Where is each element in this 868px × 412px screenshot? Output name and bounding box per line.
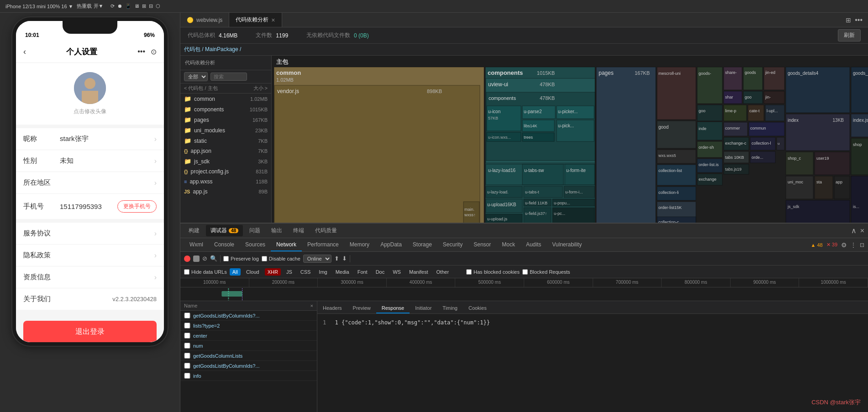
network-item-3[interactable]: center (180, 331, 317, 341)
hot-reload-label[interactable]: 热重载 开▼ (77, 3, 103, 10)
filter-select[interactable]: 全部 (184, 72, 208, 81)
filter-media[interactable]: Media (333, 268, 352, 276)
avatar[interactable] (74, 72, 106, 104)
export-icon[interactable]: ⬇ (342, 255, 347, 262)
cell-js-sdk[interactable] (786, 200, 850, 223)
file-item-components[interactable]: 📁 components 1015KB (180, 104, 271, 115)
devtools-tab-debugger[interactable]: 调试器 48 (206, 225, 243, 236)
more-nav-icon[interactable]: ⋮ (851, 242, 856, 248)
stop-button[interactable] (193, 256, 200, 262)
nav-tab-appdata[interactable]: AppData (375, 238, 407, 251)
cell-shop-c[interactable] (786, 152, 813, 175)
disable-cache-checkbox[interactable] (262, 256, 267, 261)
filter-doc[interactable]: Doc (373, 268, 388, 276)
cell-vendor[interactable] (274, 85, 480, 223)
item-checkbox-4[interactable] (184, 343, 190, 349)
network-item-2[interactable]: lists?type=2 (180, 321, 317, 331)
refresh-button[interactable]: 刷新 (838, 29, 861, 42)
filter-icon[interactable]: ⊘ (202, 255, 207, 262)
filter-cloud[interactable]: Cloud (243, 268, 262, 276)
filter-other[interactable]: Other (434, 268, 452, 276)
record-icon[interactable]: ⏺ (117, 3, 122, 9)
filter-img[interactable]: Img (316, 268, 330, 276)
filter-xhr[interactable]: XHR (265, 268, 281, 276)
nav-tab-performance[interactable]: Performance (302, 238, 344, 251)
file-item-uni_modules[interactable]: 📁 uni_modules 23KB (180, 125, 271, 136)
detail-tab-preview[interactable]: Preview (347, 303, 376, 313)
blocked-cookies-checkbox[interactable] (466, 269, 472, 275)
file-item-common[interactable]: 📁 common 1.02MB (180, 94, 271, 104)
item-checkbox-7[interactable] (184, 373, 190, 379)
search-net-icon[interactable]: 🔍 (210, 255, 217, 262)
close-devtools-icon[interactable]: × (860, 227, 864, 235)
filter-js[interactable]: JS (284, 268, 295, 276)
file-item-js_sdk[interactable]: 📁 js_sdk 3KB (180, 156, 271, 167)
devtools-tab-output[interactable]: 输出 (267, 225, 287, 236)
ide-tab-code-analysis[interactable]: 代码依赖分析 × (229, 13, 282, 27)
settings-item-location[interactable]: 所在地区 › (16, 172, 164, 194)
reload-icon[interactable]: ⟳ (110, 3, 115, 9)
network-item-1[interactable]: getGoodsListByColumnIds?... (180, 311, 317, 321)
close-tab-icon[interactable]: × (271, 16, 275, 24)
nav-tab-memory[interactable]: Memory (344, 238, 375, 251)
close-col-icon[interactable]: × (310, 303, 313, 308)
detail-tab-initiator[interactable]: Initiator (410, 303, 437, 313)
scan-icon[interactable]: ⊙ (151, 47, 157, 56)
cell-index-c[interactable] (697, 122, 722, 140)
filter-font[interactable]: Font (355, 268, 370, 276)
app-icon[interactable]: ⬡ (156, 3, 160, 9)
nav-tab-vulnerability[interactable]: Vulnerability (547, 238, 587, 251)
network-item-5[interactable]: getGoodsColumnLists (180, 351, 317, 361)
network-item-6[interactable]: getGoodsListByColumnIds?... (180, 361, 317, 371)
grid-icon[interactable]: ⊞ (142, 3, 146, 9)
nav-tab-network[interactable]: Network (271, 238, 302, 251)
nav-tab-sources[interactable]: Sources (240, 238, 271, 251)
filter-manifest[interactable]: Manifest (406, 268, 431, 276)
logout-button[interactable]: 退出登录 (23, 321, 157, 342)
phone-icon[interactable]: 📱 (125, 3, 132, 9)
file-item-project-config[interactable]: {} project.config.js 831B (180, 167, 271, 177)
cell-bottom-right[interactable] (851, 176, 868, 223)
nav-tab-mock[interactable]: Mock (496, 238, 521, 251)
cell-user19[interactable] (815, 152, 850, 175)
hide-data-urls-checkbox[interactable] (184, 269, 189, 275)
devtools-tab-build[interactable]: 构建 (184, 225, 204, 236)
network-item-7[interactable]: info (180, 371, 317, 381)
item-checkbox-5[interactable] (184, 353, 190, 359)
back-icon[interactable]: ‹ (23, 47, 26, 57)
nav-tab-storage[interactable]: Storage (407, 238, 437, 251)
monitor-icon[interactable]: 🖥 (134, 3, 139, 9)
file-item-app-js[interactable]: JS app.js 89B (180, 187, 271, 197)
nav-tab-security[interactable]: Security (437, 238, 468, 251)
record-button[interactable] (184, 256, 190, 262)
settings-item-about[interactable]: 关于我们 v2.2.3.20230428 (16, 288, 164, 310)
item-checkbox-1[interactable] (184, 313, 190, 318)
cell-collection-list[interactable] (657, 165, 696, 185)
ide-tab-webview[interactable]: 🟡 webview.js (180, 13, 229, 27)
nav-tab-sensor[interactable]: Sensor (468, 238, 496, 251)
search-input[interactable] (210, 73, 247, 81)
layout-icon[interactable]: ⊟ (149, 3, 153, 9)
devtools-tab-terminal[interactable]: 终端 (289, 225, 309, 236)
cell-main-wxss[interactable] (463, 202, 479, 223)
filter-css[interactable]: CSS (298, 268, 314, 276)
nav-tab-console[interactable]: Console (209, 238, 240, 251)
settings-item-service[interactable]: 服务协议 › (16, 223, 164, 245)
detail-tab-timing[interactable]: Timing (437, 303, 463, 313)
filter-ws[interactable]: WS (390, 268, 404, 276)
network-item-4[interactable]: num (180, 341, 317, 351)
nav-tab-wxml[interactable]: Wxml (184, 238, 209, 251)
detail-tab-cookies[interactable]: Cookies (463, 303, 492, 313)
file-item-app-json[interactable]: {} app.json 7KB (180, 146, 271, 156)
file-item-static[interactable]: 📁 static 7KB (180, 136, 271, 146)
settings-item-privacy[interactable]: 隐私政策 › (16, 245, 164, 266)
settings-icon[interactable]: ⚙ (841, 241, 847, 249)
import-icon[interactable]: ⬆ (334, 255, 339, 262)
filter-all[interactable]: All (230, 268, 241, 276)
devtools-tab-codequality[interactable]: 代码质量 (310, 225, 342, 236)
item-checkbox-2[interactable] (184, 323, 190, 329)
more-icon[interactable]: ••• (137, 47, 145, 56)
ellipsis-icon[interactable]: ••• (855, 16, 863, 24)
detail-tab-headers[interactable]: Headers (317, 303, 347, 313)
devtools-tab-issues[interactable]: 问题 (245, 225, 265, 236)
